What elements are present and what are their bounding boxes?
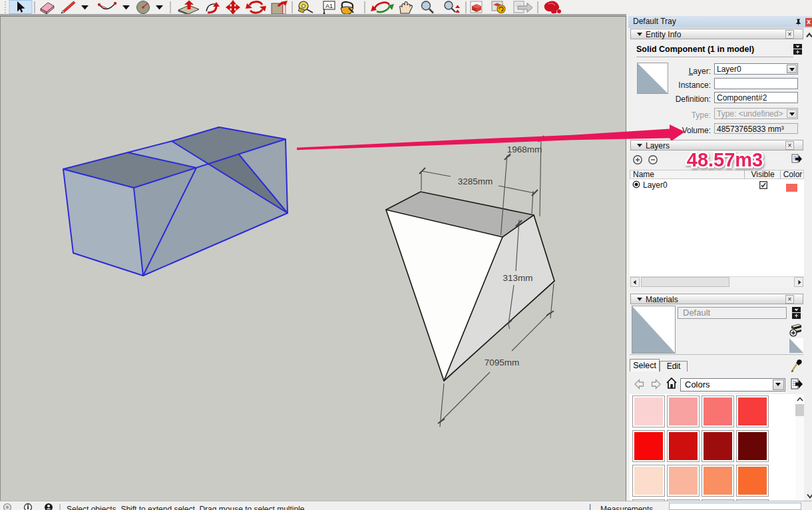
svg-text:A1: A1 (325, 3, 333, 9)
svg-text:1968mm: 1968mm (507, 144, 542, 154)
svg-text:313mm: 313mm (503, 273, 532, 283)
svg-text:7095mm: 7095mm (485, 358, 520, 368)
svg-text:3285mm: 3285mm (458, 176, 493, 186)
